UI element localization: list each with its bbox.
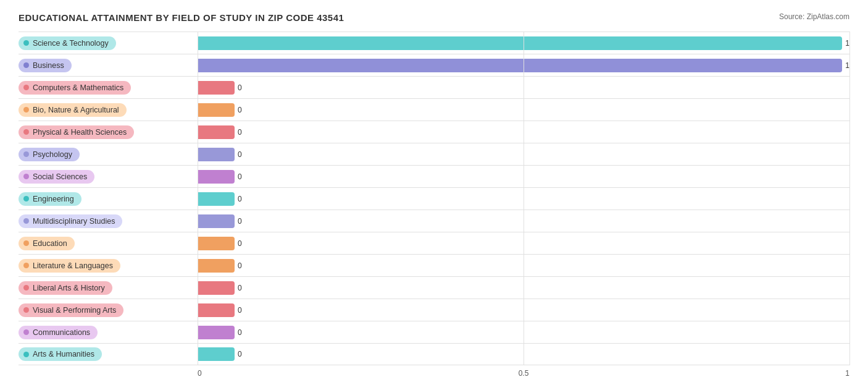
bar-label-container: Multidisciplinary Studies [19,210,198,232]
bar-value-label: 0 [238,106,242,114]
bar-dot [23,307,29,313]
bar-fill [198,125,235,139]
bars-container: Science & Technology1Business1Computers … [19,32,849,365]
bar-label-text: Computers & Mathematics [33,83,123,92]
bar-dot [23,129,29,135]
bar-fill [198,237,235,250]
bar-label-communications: Communications [19,326,98,339]
bar-label-container: Literature & Languages [19,255,198,276]
bar-row: Education0 [19,232,849,254]
bar-label-container: Physical & Health Sciences [19,121,198,143]
bar-label-business: Business [19,59,72,72]
bar-row: Visual & Performing Arts0 [19,299,849,321]
bar-label-text: Social Sciences [33,172,87,181]
bar-row: Science & Technology1 [19,32,849,54]
bar-fill [198,347,235,361]
bar-label-social-sciences: Social Sciences [19,170,94,184]
bar-label-container: Bio, Nature & Agricultural [19,99,198,121]
bar-label-arts--humanities: Arts & Humanities [19,347,102,361]
bar-row: Business1 [19,54,849,76]
bar-row: Literature & Languages0 [19,254,849,276]
bar-label-text: Visual & Performing Arts [33,306,116,315]
grid-line [198,32,198,365]
grid-line [849,32,850,365]
bar-label-literature--languages: Literature & Languages [19,259,120,273]
bar-label-visual--performing-arts: Visual & Performing Arts [19,303,123,317]
bar-dot [23,196,29,201]
bar-dot [23,285,29,290]
bar-label-text: Physical & Health Sciences [33,128,127,137]
bar-label-container: Business [19,54,198,76]
bar-label-text: Psychology [33,150,72,159]
bar-label-computers--mathematics: Computers & Mathematics [19,81,131,95]
bar-fill [198,81,235,95]
bar-value-label: 0 [238,83,242,92]
bar-row: Communications0 [19,321,849,343]
bar-dot [23,40,29,46]
bar-dot [23,329,29,335]
bar-label-container: Science & Technology [19,32,198,54]
bar-value-label: 0 [238,150,242,159]
bar-value-label: 0 [238,261,242,270]
bar-label-liberal-arts--history: Liberal Arts & History [19,281,112,295]
bar-label-container: Education [19,232,198,254]
bar-value-label: 0 [238,328,242,337]
x-axis-tick: 0.5 [519,369,529,378]
bar-dot [23,85,29,90]
bar-label-bio-nature--agricultural: Bio, Nature & Agricultural [19,103,127,117]
bar-label-container: Engineering [19,188,198,210]
bar-label-physical--health-sciences: Physical & Health Sciences [19,125,134,139]
bar-label-text: Bio, Nature & Agricultural [33,106,119,114]
bar-label-text: Business [33,61,64,70]
source-label: Source: ZipAtlas.com [779,12,849,21]
bar-fill [198,281,235,295]
bar-dot [23,62,29,68]
bar-value-label: 0 [238,128,242,137]
bar-value-label: 0 [238,239,242,248]
bar-label-container: Psychology [19,143,198,165]
bar-dot [23,240,29,246]
bar-fill [198,148,235,161]
x-axis: 00.51 [198,365,849,378]
bar-row: Physical & Health Sciences0 [19,121,849,143]
page-container: EDUCATIONAL ATTAINMENT BY FIELD OF STUDY… [19,12,849,378]
bar-value-label: 0 [238,306,242,315]
bar-fill [198,326,235,339]
bar-fill [198,103,235,117]
bar-fill [198,170,235,184]
bar-label-science--technology: Science & Technology [19,36,116,50]
bar-label-engineering: Engineering [19,192,81,206]
chart-title: EDUCATIONAL ATTAINMENT BY FIELD OF STUDY… [19,12,344,23]
bar-label-container: Computers & Mathematics [19,77,198,98]
bar-dot [23,151,29,157]
bar-label-text: Science & Technology [33,39,109,48]
bar-value-label: 1 [845,39,849,48]
bar-label-container: Liberal Arts & History [19,277,198,299]
chart-wrapper: Science & Technology1Business1Computers … [19,32,849,378]
bar-value-label: 0 [238,172,242,181]
bar-label-container: Social Sciences [19,166,198,187]
x-axis-tick: 0 [198,369,202,378]
bar-fill [198,59,842,72]
bar-fill [198,192,235,206]
bar-row: Psychology0 [19,143,849,165]
bar-row: Engineering0 [19,187,849,210]
bar-label-text: Liberal Arts & History [33,284,105,292]
bar-label-text: Engineering [33,195,74,203]
bar-label-container: Visual & Performing Arts [19,299,198,321]
bar-fill [198,36,842,50]
bar-dot [23,263,29,268]
bar-value-label: 0 [238,217,242,226]
bar-value-label: 0 [238,195,242,203]
bar-label-container: Arts & Humanities [19,344,198,365]
bar-label-text: Literature & Languages [33,261,113,270]
bar-value-label: 0 [238,284,242,292]
bar-fill [198,214,235,228]
bar-label-psychology: Psychology [19,148,80,161]
bar-row: Social Sciences0 [19,165,849,187]
bar-fill [198,259,235,273]
bar-dot [23,174,29,179]
bar-dot [23,352,29,357]
x-axis-tick: 1 [845,369,849,378]
bar-dot [23,218,29,224]
